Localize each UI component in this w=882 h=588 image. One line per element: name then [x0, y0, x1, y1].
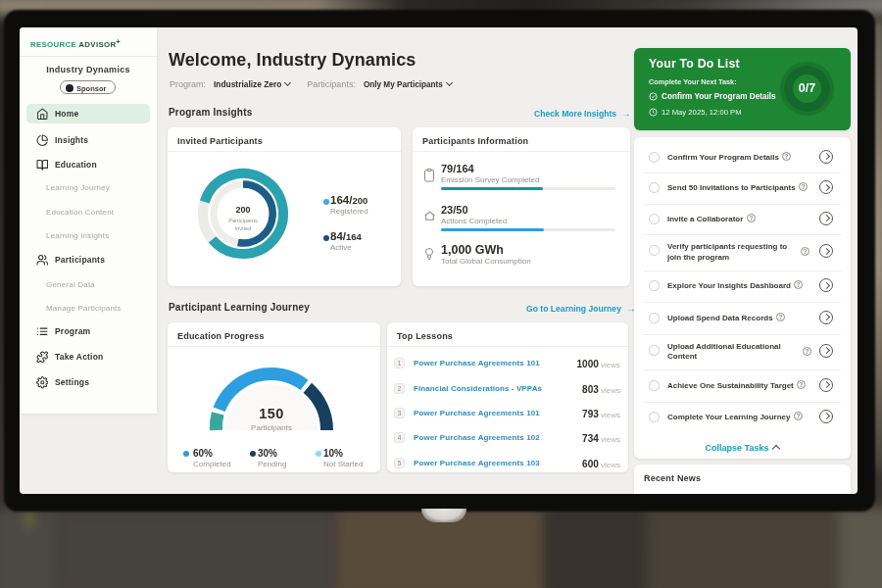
svg-text:200: 200	[235, 205, 250, 215]
svg-text:Participants: Participants	[228, 218, 258, 223]
svg-text:Invited: Invited	[235, 225, 252, 231]
